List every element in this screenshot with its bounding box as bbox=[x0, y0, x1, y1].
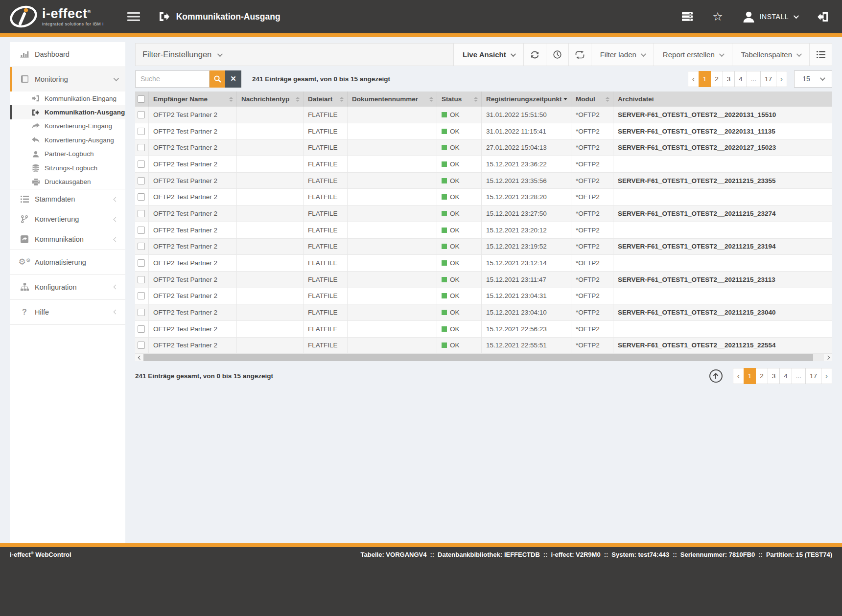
auto-reload-button[interactable] bbox=[568, 44, 591, 66]
scroll-right-button[interactable] bbox=[824, 354, 832, 361]
favorite-star-icon[interactable]: ☆ bbox=[712, 11, 723, 23]
view-list-button[interactable] bbox=[809, 44, 832, 66]
filter-settings-toggle[interactable]: Filter-Einstellungen bbox=[135, 43, 454, 66]
table-columns-button[interactable]: Tabellenspalten bbox=[732, 44, 809, 66]
page-button-1[interactable]: 1 bbox=[699, 71, 711, 87]
live-view-button[interactable]: Live Ansicht bbox=[454, 44, 523, 66]
column-header-nachrichtentyp[interactable]: Nachrichtentyp bbox=[237, 91, 304, 107]
sidebar-item-label: Konvertierung bbox=[35, 215, 79, 223]
row-checkbox[interactable] bbox=[138, 160, 145, 168]
scroll-to-top-button[interactable] bbox=[709, 369, 723, 383]
row-checkbox[interactable] bbox=[138, 325, 145, 333]
table-row[interactable]: OFTP2 Test Partner 2 FLATFILE OK 15.12.2… bbox=[135, 189, 832, 205]
row-checkbox[interactable] bbox=[138, 276, 145, 283]
page-button-4[interactable]: 4 bbox=[779, 368, 792, 384]
report-create-button[interactable]: Report erstellen bbox=[654, 44, 732, 66]
sidebar-item-hilfe[interactable]: ? Hilfe bbox=[10, 300, 125, 324]
page-button-...[interactable]: ... bbox=[792, 368, 806, 384]
page-button-4[interactable]: 4 bbox=[734, 71, 747, 87]
column-header-status[interactable]: Status bbox=[437, 91, 482, 107]
row-checkbox[interactable] bbox=[138, 193, 145, 201]
page-button-17[interactable]: 17 bbox=[805, 368, 821, 384]
page-button-2[interactable]: 2 bbox=[755, 368, 768, 384]
clear-search-button[interactable]: ✕ bbox=[225, 70, 241, 88]
column-header-dokumentennummer[interactable]: Dokumentennummer bbox=[348, 91, 437, 107]
row-checkbox[interactable] bbox=[138, 227, 145, 234]
table-row[interactable]: OFTP2 Test Partner 2 FLATFILE OK 15.12.2… bbox=[135, 272, 832, 288]
page-button-...[interactable]: ... bbox=[747, 71, 761, 87]
next-page-button[interactable]: › bbox=[821, 368, 832, 384]
sidebar-item-druckausgaben[interactable]: Druckausgaben bbox=[10, 175, 125, 188]
row-checkbox[interactable] bbox=[138, 243, 145, 250]
table-row[interactable]: OFTP2 Test Partner 2 FLATFILE OK 15.12.2… bbox=[135, 205, 832, 222]
row-checkbox[interactable] bbox=[138, 111, 145, 118]
column-header-dateiart[interactable]: Dateiart bbox=[304, 91, 348, 107]
scroll-left-button[interactable] bbox=[135, 354, 143, 361]
sidebar-item-konvertierung-eingang[interactable]: Konvertierung-Eingang bbox=[10, 119, 125, 133]
row-checkbox[interactable] bbox=[138, 292, 145, 299]
entries-summary: 241 Einträge gesamt, von 0 bis 15 angeze… bbox=[135, 372, 273, 380]
search-button[interactable] bbox=[210, 70, 225, 88]
row-checkbox[interactable] bbox=[138, 342, 145, 349]
horizontal-scrollbar bbox=[135, 354, 832, 361]
page-button-2[interactable]: 2 bbox=[710, 71, 723, 87]
sidebar-item-automatisierung[interactable]: ⚙⚙ Automatisierung bbox=[10, 250, 125, 274]
sidebar-item-dashboard[interactable]: Dashboard bbox=[10, 42, 125, 67]
scrollbar-thumb[interactable] bbox=[143, 354, 813, 361]
sidebar-item-partner-logbuch[interactable]: Partner-Logbuch bbox=[10, 147, 125, 161]
page-button-17[interactable]: 17 bbox=[760, 71, 776, 87]
column-header-archivdatei[interactable]: Archivdatei bbox=[613, 91, 832, 107]
table-row[interactable]: OFTP2 Test Partner 2 FLATFILE OK 15.12.2… bbox=[135, 321, 832, 338]
row-checkbox[interactable] bbox=[138, 144, 145, 151]
sidebar-item-kommunikation-eingang[interactable]: Kommunikation-Eingang bbox=[10, 91, 125, 105]
server-icon[interactable] bbox=[682, 12, 693, 21]
select-all-checkbox[interactable] bbox=[138, 95, 145, 103]
table-row[interactable]: OFTP2 Test Partner 2 FLATFILE OK 15.12.2… bbox=[135, 304, 832, 321]
table-row[interactable]: OFTP2 Test Partner 2 FLATFILE OK 31.01.2… bbox=[135, 107, 832, 123]
table-row[interactable]: OFTP2 Test Partner 2 FLATFILE OK 15.12.2… bbox=[135, 156, 832, 173]
page-button-3[interactable]: 3 bbox=[768, 368, 780, 384]
table-row[interactable]: OFTP2 Test Partner 2 FLATFILE OK 15.12.2… bbox=[135, 173, 832, 189]
sidebar-item-monitoring[interactable]: Monitoring bbox=[10, 67, 125, 91]
column-header-modul[interactable]: Modul bbox=[571, 91, 613, 107]
row-checkbox[interactable] bbox=[138, 259, 145, 267]
column-header-empfaenger-name[interactable]: Empfänger Name bbox=[149, 91, 237, 107]
sidebar-item-kommunikation-ausgang[interactable]: Kommunikation-Ausgang bbox=[10, 105, 125, 119]
logo-swoosh-icon bbox=[10, 5, 37, 28]
row-checkbox[interactable] bbox=[138, 210, 145, 217]
table-row[interactable]: OFTP2 Test Partner 2 FLATFILE OK 27.01.2… bbox=[135, 139, 832, 156]
cell-modul: *OFTP2 bbox=[571, 123, 613, 139]
sidebar-item-kommunikation[interactable]: Kommunikation bbox=[10, 229, 125, 250]
sidebar-item-sitzungs-logbuch[interactable]: Sitzungs-Logbuch bbox=[10, 161, 125, 175]
table-row[interactable]: OFTP2 Test Partner 2 FLATFILE OK 15.12.2… bbox=[135, 288, 832, 305]
table-row[interactable]: OFTP2 Test Partner 2 FLATFILE OK 15.12.2… bbox=[135, 239, 832, 255]
sidebar-item-stammdaten[interactable]: Stammdaten bbox=[10, 189, 125, 209]
page-button-1[interactable]: 1 bbox=[744, 368, 756, 384]
search-input[interactable] bbox=[135, 70, 210, 88]
cell-registrierungszeitpunkt: 15.12.2021 23:04:31 bbox=[482, 288, 571, 304]
refresh-button[interactable] bbox=[523, 44, 546, 66]
column-header-registrierungszeitpunkt[interactable]: Registrierungszeitpunkt bbox=[482, 91, 571, 107]
filter-load-button[interactable]: Filter laden bbox=[591, 44, 654, 66]
table-row[interactable]: OFTP2 Test Partner 2 FLATFILE OK 15.12.2… bbox=[135, 255, 832, 272]
app-logo[interactable]: i-effect® integrated solutions for IBM i bbox=[10, 5, 104, 28]
sidebar-item-konvertierung[interactable]: Konvertierung bbox=[10, 209, 125, 229]
logout-icon[interactable] bbox=[817, 12, 828, 22]
table-row[interactable]: OFTP2 Test Partner 2 FLATFILE OK 15.12.2… bbox=[135, 222, 832, 239]
sidebar-item-konvertierung-ausgang[interactable]: Konvertierung-Ausgang bbox=[10, 133, 125, 147]
page-button-3[interactable]: 3 bbox=[723, 71, 735, 87]
prev-page-button[interactable]: ‹ bbox=[688, 71, 699, 87]
schedule-button[interactable] bbox=[546, 44, 568, 66]
row-checkbox[interactable] bbox=[138, 309, 145, 316]
cell-dateiart: FLATFILE bbox=[304, 304, 348, 320]
prev-page-button[interactable]: ‹ bbox=[733, 368, 744, 384]
next-page-button[interactable]: › bbox=[776, 71, 787, 87]
table-row[interactable]: OFTP2 Test Partner 2 FLATFILE OK 15.12.2… bbox=[135, 338, 832, 354]
table-row[interactable]: OFTP2 Test Partner 2 FLATFILE OK 31.01.2… bbox=[135, 123, 832, 140]
menu-toggle-button[interactable] bbox=[127, 12, 140, 22]
sidebar-item-konfiguration[interactable]: Konfiguration bbox=[10, 275, 125, 299]
page-size-select[interactable]: 15 bbox=[794, 70, 832, 88]
user-menu[interactable]: INSTALL bbox=[743, 11, 797, 23]
row-checkbox[interactable] bbox=[138, 177, 145, 184]
row-checkbox[interactable] bbox=[138, 128, 145, 135]
